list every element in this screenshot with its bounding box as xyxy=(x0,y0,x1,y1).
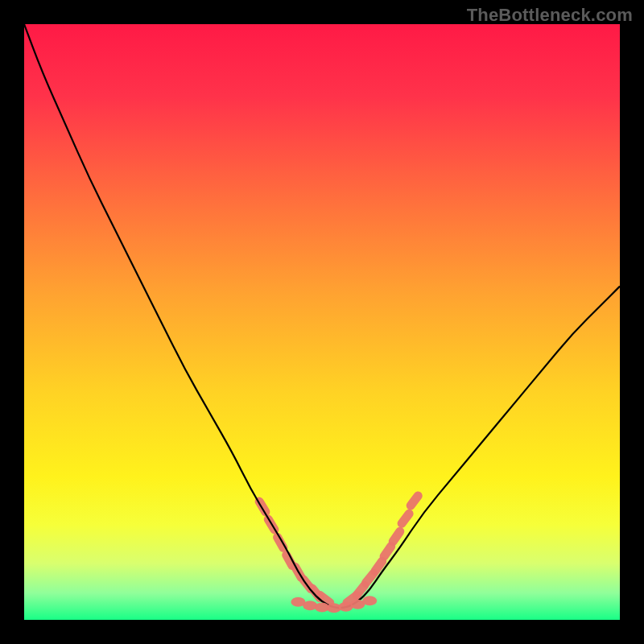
plot-area xyxy=(24,24,620,620)
highlight-capsule xyxy=(387,526,407,548)
highlight-capsule xyxy=(395,508,415,530)
bottleneck-curve xyxy=(24,24,620,608)
highlight-capsule xyxy=(404,489,423,511)
watermark-text: TheBottleneck.com xyxy=(467,5,633,26)
curve-layer xyxy=(24,24,620,620)
valley-marker xyxy=(362,596,377,605)
chart-frame: TheBottleneck.com xyxy=(0,0,644,644)
valley-floor-markers xyxy=(291,596,377,613)
